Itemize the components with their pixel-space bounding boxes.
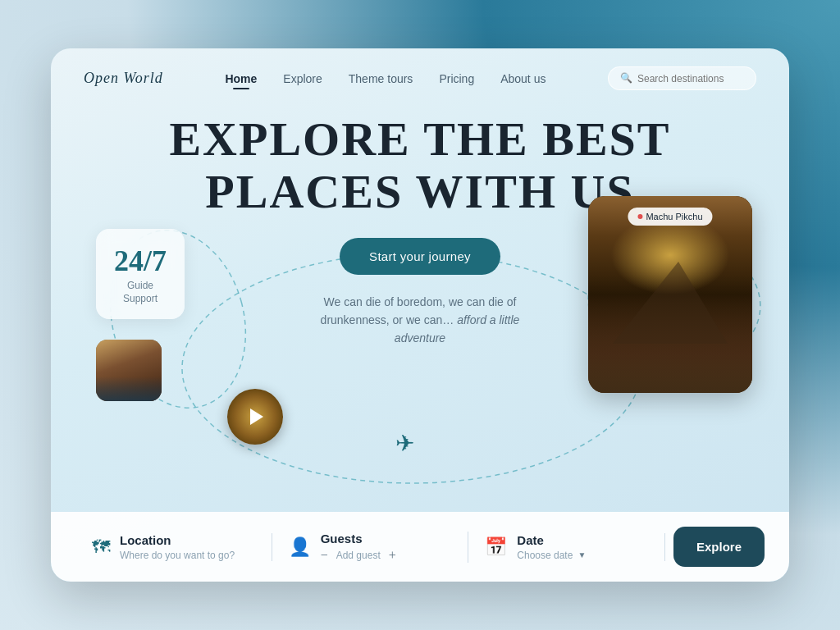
guests-icon: 👤 xyxy=(289,536,311,558)
guide-label: Guide xyxy=(114,280,167,291)
nav-links: Home Explore Theme tours Pricing About u… xyxy=(225,71,546,86)
availability-number: 24/7 xyxy=(114,244,167,278)
location-icon: 🗺 xyxy=(92,536,110,558)
nav-item-home[interactable]: Home xyxy=(225,71,257,86)
cta-button[interactable]: Start your journey xyxy=(340,238,500,275)
date-section: 📅 Date Choose date ▼ xyxy=(468,533,665,561)
search-bar: 🔍 xyxy=(608,66,756,90)
machu-picchu-image xyxy=(588,196,752,393)
hero-subtitle: We can die of boredom, we can die of dru… xyxy=(297,293,543,348)
location-dot-icon xyxy=(637,214,642,219)
guests-control: − Add guest + xyxy=(321,548,396,563)
machu-picchu-card: Machu Pikchu xyxy=(588,196,752,393)
search-input[interactable] xyxy=(637,73,744,84)
nav-item-explore[interactable]: Explore xyxy=(283,71,322,86)
guide-support-card: 24/7 Guide Support xyxy=(96,229,185,319)
location-label: Location xyxy=(120,533,235,547)
hero-title-line1: EXPLORE THE BEST xyxy=(51,113,789,166)
navbar: Open World Home Explore Theme tours Pric… xyxy=(51,48,789,105)
calendar-icon: 📅 xyxy=(485,536,507,558)
guests-info: Guests − Add guest + xyxy=(321,532,396,563)
video-play-button[interactable] xyxy=(227,389,283,445)
nav-link-pricing[interactable]: Pricing xyxy=(439,72,474,85)
brand-logo: Open World xyxy=(84,70,163,87)
date-placeholder: Choose date xyxy=(517,550,573,561)
search-icon: 🔍 xyxy=(620,72,632,84)
nav-link-about[interactable]: About us xyxy=(500,72,546,85)
guests-plus[interactable]: + xyxy=(389,548,396,563)
nav-item-theme-tours[interactable]: Theme tours xyxy=(349,71,413,86)
play-icon xyxy=(250,409,263,425)
airplane-icon: ✈ xyxy=(395,430,414,457)
date-control[interactable]: Choose date ▼ xyxy=(517,550,586,561)
support-label: Support xyxy=(114,293,167,304)
location-name: Machu Pikchu xyxy=(646,212,702,221)
nav-link-explore[interactable]: Explore xyxy=(283,72,322,85)
date-label: Date xyxy=(517,533,586,547)
guests-placeholder: Add guest xyxy=(336,550,381,561)
booking-bar: 🗺 Location Where do you want to go? 👤 Gu… xyxy=(51,512,789,582)
app-window: Open World Home Explore Theme tours Pric… xyxy=(51,48,789,582)
nav-link-home[interactable]: Home xyxy=(225,72,257,85)
guests-section: 👤 Guests − Add guest + xyxy=(272,532,469,563)
nav-item-pricing[interactable]: Pricing xyxy=(439,71,474,86)
location-input[interactable]: Where do you want to go? xyxy=(120,550,235,561)
location-info: Location Where do you want to go? xyxy=(120,533,235,561)
left-destination-image xyxy=(96,340,162,401)
guests-label: Guests xyxy=(321,532,396,546)
date-info: Date Choose date ▼ xyxy=(517,533,586,561)
nav-item-about[interactable]: About us xyxy=(500,71,546,86)
nav-link-theme-tours[interactable]: Theme tours xyxy=(349,72,413,85)
guests-minus[interactable]: − xyxy=(321,548,328,563)
location-section: 🗺 Location Where do you want to go? xyxy=(75,533,272,561)
explore-button[interactable]: Explore xyxy=(673,527,765,567)
location-badge: Machu Pikchu xyxy=(628,208,712,226)
chevron-down-icon: ▼ xyxy=(578,550,586,559)
